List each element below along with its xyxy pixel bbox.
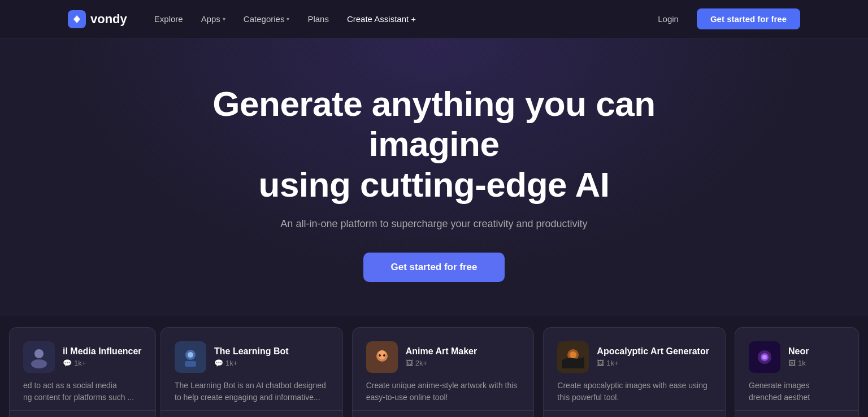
card-apocalyptic-art-generator[interactable]: Apocalyptic Art Generator 🖼 1k+ Create a… bbox=[543, 327, 726, 417]
nav-apps[interactable]: Apps ▾ bbox=[194, 11, 232, 27]
card-title: The Learning Bot bbox=[214, 346, 289, 357]
card-meta: 💬 1k+ bbox=[214, 359, 289, 367]
card-neon[interactable]: Neor 🖼 1k Generate imagesdrenched aesthe… bbox=[735, 327, 859, 417]
nav-categories[interactable]: Categories ▾ bbox=[237, 11, 297, 27]
meta-icon: 💬 bbox=[63, 359, 72, 367]
card-meta: 💬 1k+ bbox=[63, 359, 142, 367]
card-title-block: The Learning Bot 💬 1k+ bbox=[214, 346, 289, 367]
card-thumb bbox=[175, 341, 206, 373]
card-divider bbox=[353, 410, 534, 411]
card-meta: 🖼 1k+ bbox=[597, 359, 709, 367]
navbar-left: vondy Explore Apps ▾ Categories ▾ Plans … bbox=[68, 10, 423, 28]
svg-point-5 bbox=[188, 352, 193, 358]
card-title-block: il Media Influencer 💬 1k+ bbox=[63, 346, 142, 367]
card-title-block: Apocalyptic Art Generator 🖼 1k+ bbox=[597, 346, 709, 367]
card-divider bbox=[10, 410, 155, 411]
hero-section: Generate anything you can imagine using … bbox=[0, 38, 868, 316]
navbar-right: Login Get started for free bbox=[649, 8, 800, 29]
svg-point-17 bbox=[762, 355, 767, 359]
hero-subtitle: An all-in-one platform to supercharge yo… bbox=[280, 218, 587, 230]
logo-icon bbox=[68, 10, 86, 28]
card-anime-art-maker[interactable]: Anime Art Maker 🖼 2k+ Create unique anim… bbox=[352, 327, 535, 417]
card-divider bbox=[544, 410, 725, 411]
card-learning-bot[interactable]: The Learning Bot 💬 1k+ The Learning Bot … bbox=[160, 327, 343, 417]
card-thumb bbox=[366, 341, 398, 373]
card-desc: The Learning Bot is an AI chatbot design… bbox=[175, 380, 329, 403]
meta-icon: 🖼 bbox=[788, 359, 796, 367]
card-thumb bbox=[749, 341, 780, 373]
meta-count: 2k+ bbox=[415, 359, 427, 367]
hero-title: Generate anything you can imagine using … bbox=[180, 84, 688, 205]
svg-point-9 bbox=[379, 354, 381, 357]
meta-count: 1k bbox=[798, 359, 806, 367]
svg-point-0 bbox=[34, 349, 44, 358]
svg-point-13 bbox=[570, 351, 576, 358]
cards-row: il Media Influencer 💬 1k+ ed to act as a… bbox=[0, 316, 868, 417]
nav-create-assistant[interactable]: Create Assistant + bbox=[340, 11, 423, 27]
card-header: The Learning Bot 💬 1k+ bbox=[175, 341, 329, 373]
card-header: Anime Art Maker 🖼 2k+ bbox=[366, 341, 520, 373]
card-header: il Media Influencer 💬 1k+ bbox=[23, 341, 142, 373]
apps-chevron-icon: ▾ bbox=[223, 16, 225, 22]
meta-count: 1k+ bbox=[225, 359, 237, 367]
svg-point-1 bbox=[31, 359, 47, 368]
card-desc: ed to act as a social mediang content fo… bbox=[23, 380, 142, 403]
meta-count: 1k+ bbox=[606, 359, 618, 367]
card-title-block: Anime Art Maker 🖼 2k+ bbox=[406, 346, 478, 367]
card-title: Apocalyptic Art Generator bbox=[597, 346, 709, 357]
logo-text: vondy bbox=[90, 12, 127, 27]
svg-rect-4 bbox=[185, 361, 196, 367]
card-meta: 🖼 2k+ bbox=[406, 359, 478, 367]
card-thumb bbox=[557, 341, 589, 373]
card-thumb bbox=[23, 341, 55, 373]
nav-explore[interactable]: Explore bbox=[147, 11, 190, 27]
card-meta: 🖼 1k bbox=[788, 359, 809, 367]
categories-chevron-icon: ▾ bbox=[287, 16, 289, 22]
nav-get-started-button[interactable]: Get started for free bbox=[697, 8, 800, 29]
nav-links: Explore Apps ▾ Categories ▾ Plans Create… bbox=[147, 11, 423, 27]
card-desc: Generate imagesdrenched aesthet bbox=[749, 380, 845, 403]
card-title: Neor bbox=[788, 346, 809, 357]
svg-point-10 bbox=[383, 354, 385, 357]
card-desc: Create apocalyptic images with ease usin… bbox=[557, 380, 711, 403]
card-title-block: Neor 🖼 1k bbox=[788, 346, 809, 367]
card-title: il Media Influencer bbox=[63, 346, 142, 357]
card-title: Anime Art Maker bbox=[406, 346, 478, 357]
card-header: Apocalyptic Art Generator 🖼 1k+ bbox=[557, 341, 711, 373]
cards-section: il Media Influencer 💬 1k+ ed to act as a… bbox=[0, 316, 868, 417]
card-divider bbox=[735, 410, 858, 411]
meta-icon: 💬 bbox=[214, 359, 223, 367]
meta-icon: 🖼 bbox=[406, 359, 413, 367]
navbar: vondy Explore Apps ▾ Categories ▾ Plans … bbox=[0, 0, 868, 38]
card-divider bbox=[161, 410, 342, 411]
hero-cta-button[interactable]: Get started for free bbox=[363, 253, 504, 282]
card-desc: Create unique anime-style artwork with t… bbox=[366, 380, 520, 403]
nav-plans[interactable]: Plans bbox=[301, 11, 336, 27]
logo[interactable]: vondy bbox=[68, 10, 127, 28]
meta-count: 1k+ bbox=[74, 359, 86, 367]
card-social-media-influencer[interactable]: il Media Influencer 💬 1k+ ed to act as a… bbox=[9, 327, 156, 417]
card-header: Neor 🖼 1k bbox=[749, 341, 845, 373]
login-button[interactable]: Login bbox=[649, 10, 688, 28]
meta-icon: 🖼 bbox=[597, 359, 604, 367]
